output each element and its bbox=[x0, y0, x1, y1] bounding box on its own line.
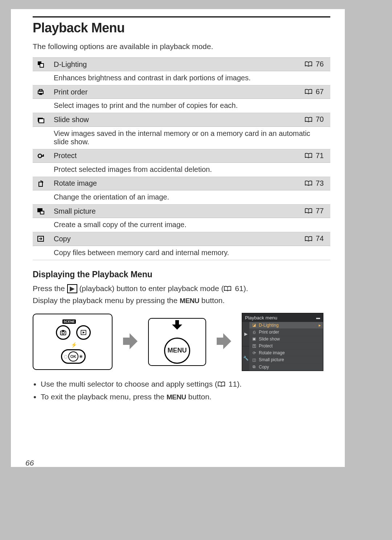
bullet-1: Use the multi selector to choose and app… bbox=[41, 378, 330, 390]
arrow-right-icon bbox=[123, 332, 138, 352]
lcd-menu-item: ⧉Copy bbox=[249, 363, 323, 370]
page-ref: 67 bbox=[298, 85, 330, 99]
lcd-item-label: D-Lighting bbox=[259, 323, 279, 328]
book-icon bbox=[305, 207, 313, 215]
option-desc-row: Enhances brightness and contrast in dark… bbox=[33, 71, 330, 85]
svg-rect-6 bbox=[39, 119, 44, 123]
book-icon bbox=[224, 283, 232, 294]
option-name: Small picture bbox=[49, 205, 298, 218]
option-desc: Create a small copy of the current image… bbox=[49, 218, 330, 232]
lcd-menu-item: ◪D-Lighting▸ bbox=[249, 322, 323, 329]
page-ref: 74 bbox=[298, 232, 330, 246]
print-icon bbox=[33, 85, 49, 99]
menu-word: MENU bbox=[180, 297, 199, 305]
svg-rect-8 bbox=[41, 156, 44, 157]
flash-icon: ⚡ bbox=[71, 342, 77, 348]
page-title: Playback Menu bbox=[33, 20, 330, 36]
svg-rect-9 bbox=[43, 154, 44, 156]
page-ref: 76 bbox=[298, 58, 330, 71]
svg-rect-16 bbox=[62, 330, 65, 331]
option-desc: Change the orientation of an image. bbox=[49, 190, 330, 205]
copy-icon bbox=[33, 232, 49, 246]
playback-dial-icon bbox=[76, 325, 91, 340]
bullet-2: To exit the playback menu, press the MEN… bbox=[41, 391, 330, 403]
book-icon bbox=[305, 116, 313, 124]
slide-icon: ▣ bbox=[252, 337, 257, 341]
lcd-menu-list: ◪D-Lighting▸⎙Print order▣Slide show⚿Prot… bbox=[249, 322, 323, 371]
option-name: Slide show bbox=[49, 113, 298, 126]
rotate-icon: ⟳ bbox=[252, 351, 257, 355]
lcd-title: Playback menu bbox=[245, 315, 277, 321]
option-name: Print order bbox=[49, 85, 298, 99]
down-arrow-icon bbox=[172, 320, 182, 331]
subheading: Displaying the Playback Menu bbox=[33, 270, 330, 279]
scene-label: SCENE bbox=[62, 319, 76, 324]
svg-point-15 bbox=[62, 332, 65, 334]
lcd-tab-play-icon: ▶ bbox=[242, 322, 249, 346]
battery-icon: ▬ bbox=[316, 315, 320, 320]
option-head-row: Copy 74 bbox=[33, 232, 330, 246]
option-desc-row: Select images to print and the number of… bbox=[33, 99, 330, 113]
page-ref: 71 bbox=[298, 149, 330, 162]
small-icon: ◫ bbox=[252, 358, 257, 362]
small-icon bbox=[33, 205, 49, 218]
option-name: Copy bbox=[49, 232, 298, 246]
lcd-preview: Playback menu ▬ ▶ 🔧 ◪D-Lighting▸⎙Print o… bbox=[242, 313, 323, 371]
option-desc-row: Copy files between memory card and inter… bbox=[33, 246, 330, 260]
option-head-row: Print order 67 bbox=[33, 85, 330, 99]
option-head-row: D-Lighting 76 bbox=[33, 58, 330, 71]
para-2: Display the playback menu by pressing th… bbox=[33, 295, 330, 306]
ok-ring: ◌ OK ❀ bbox=[61, 349, 86, 364]
intro-text: The following options are available in p… bbox=[33, 42, 330, 51]
rotate-icon bbox=[33, 177, 49, 190]
menu-button-circle: MENU bbox=[164, 338, 190, 364]
lcd-tab-setup-icon: 🔧 bbox=[242, 346, 249, 371]
option-desc-row: Create a small copy of the current image… bbox=[33, 218, 330, 232]
lcd-menu-item: ⟳Rotate image bbox=[249, 350, 323, 356]
figure-row: SCENE ⚡ ◌ OK ❀ bbox=[33, 313, 330, 371]
lcd-side-tabs: ▶ 🔧 bbox=[242, 322, 249, 371]
option-desc-row: Change the orientation of an image. bbox=[33, 190, 330, 205]
lcd-item-label: Slide show bbox=[259, 337, 280, 342]
lcd-menu-item: ⚿Protect bbox=[249, 343, 323, 350]
book-icon bbox=[305, 235, 313, 243]
option-name: Rotate image bbox=[49, 177, 298, 190]
book-icon bbox=[305, 152, 313, 160]
lcd-item-label: Print order bbox=[259, 330, 279, 335]
copy-icon: ⧉ bbox=[252, 364, 257, 369]
page-ref: 70 bbox=[298, 113, 330, 126]
camera-icon bbox=[56, 325, 70, 340]
menu-button-figure: MENU bbox=[148, 318, 206, 366]
lcd-menu-item: ⎙Print order bbox=[249, 329, 323, 336]
page-number: 66 bbox=[25, 459, 34, 467]
protect-icon bbox=[33, 149, 49, 162]
bullet-list: Use the multi selector to choose and app… bbox=[41, 378, 330, 403]
lcd-item-label: Small picture bbox=[259, 357, 284, 362]
svg-rect-12 bbox=[40, 211, 44, 214]
option-desc: View images saved in the internal memory… bbox=[49, 126, 330, 149]
ok-button-icon: OK bbox=[68, 351, 78, 362]
chevron-right-icon: ▸ bbox=[319, 323, 321, 328]
option-desc: Select images to print and the number of… bbox=[49, 99, 330, 113]
slide-icon bbox=[33, 113, 49, 126]
protect-icon: ⚿ bbox=[252, 344, 257, 348]
option-head-row: Protect 71 bbox=[33, 149, 330, 162]
lcd-item-label: Protect bbox=[259, 343, 273, 348]
lcd-item-label: Copy bbox=[259, 364, 269, 370]
book-icon bbox=[217, 379, 225, 390]
option-desc: Enhances brightness and contrast in dark… bbox=[49, 71, 330, 85]
option-name: D-Lighting bbox=[49, 58, 298, 71]
svg-rect-4 bbox=[39, 93, 42, 95]
camera-back-figure: SCENE ⚡ ◌ OK ❀ bbox=[33, 314, 113, 370]
svg-rect-3 bbox=[39, 89, 42, 91]
options-table: D-Lighting 76Enhances brightness and con… bbox=[33, 57, 330, 260]
option-desc-row: View images saved in the internal memory… bbox=[33, 126, 330, 149]
lcd-item-label: Rotate image bbox=[259, 350, 285, 355]
arrow-right-icon bbox=[216, 332, 232, 352]
option-desc: Copy files between memory card and inter… bbox=[49, 246, 330, 260]
page-ref: 77 bbox=[298, 205, 330, 218]
option-head-row: Small picture 77 bbox=[33, 205, 330, 218]
print-icon: ⎙ bbox=[252, 330, 257, 334]
content-area: Playback Menu The following options are … bbox=[11, 9, 345, 467]
lcd-menu-item: ◫Small picture bbox=[249, 356, 323, 363]
